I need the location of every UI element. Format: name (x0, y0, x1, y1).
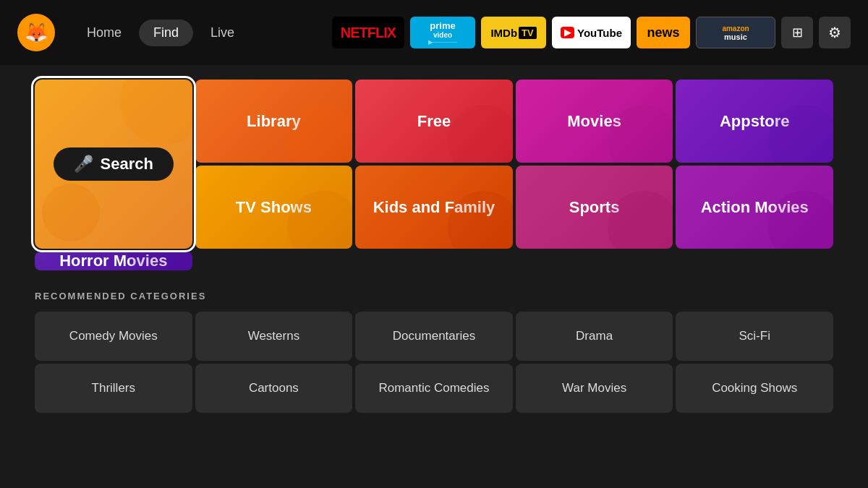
search-tile[interactable]: 🎤 Search (35, 80, 192, 249)
rec-drama[interactable]: Drama (516, 312, 673, 361)
rec-cooking-shows[interactable]: Cooking Shows (676, 364, 833, 413)
horror-movies-tile[interactable]: Horror Movies (35, 252, 192, 270)
nav: Home Find Live (72, 20, 249, 46)
horror-label: Horror Movies (59, 252, 167, 270)
tvshows-tile[interactable]: TV Shows (195, 166, 353, 249)
app-prime-video[interactable]: prime video ▶────── (410, 17, 475, 48)
nav-live[interactable]: Live (196, 20, 249, 46)
nav-home[interactable]: Home (72, 20, 136, 46)
rec-westerns[interactable]: Westerns (195, 312, 353, 361)
library-tile[interactable]: Library (195, 80, 353, 163)
movies-label: Movies (567, 112, 621, 131)
section-title: RECOMMENDED CATEGORIES (35, 291, 833, 301)
action-label: Action Movies (701, 198, 809, 217)
main-content: 🎤 Search Library Free Movies Appstore T (0, 65, 868, 413)
recommended-section: RECOMMENDED CATEGORIES Comedy Movies Wes… (35, 291, 833, 413)
header: 🦊 Home Find Live NETFLIX prime video ▶──… (0, 0, 868, 65)
nav-find[interactable]: Find (139, 20, 193, 46)
microphone-icon: 🎤 (74, 155, 93, 174)
library-label: Library (247, 112, 301, 131)
kids-label: Kids and Family (373, 198, 495, 217)
rec-comedy-movies[interactable]: Comedy Movies (35, 312, 192, 361)
rec-thrillers[interactable]: Thrillers (35, 364, 192, 413)
category-grid: 🎤 Search Library Free Movies Appstore T (35, 80, 833, 270)
movies-tile[interactable]: Movies (516, 80, 673, 163)
rec-cartoons[interactable]: Cartoons (195, 364, 353, 413)
settings-icon[interactable]: ⚙ (819, 17, 851, 48)
rec-romantic-comedies[interactable]: Romantic Comedies (355, 364, 513, 413)
search-label: Search (101, 155, 153, 174)
rec-sci-fi[interactable]: Sci-Fi (676, 312, 833, 361)
grid-icon[interactable]: ⊞ (781, 17, 813, 48)
app-netflix[interactable]: NETFLIX (332, 17, 404, 48)
appstore-tile[interactable]: Appstore (676, 80, 833, 163)
rec-war-movies[interactable]: War Movies (516, 364, 673, 413)
sports-label: Sports (569, 198, 620, 217)
apps-row: NETFLIX prime video ▶────── IMDb TV ▶ Yo… (332, 17, 851, 48)
kids-tile[interactable]: Kids and Family (355, 166, 513, 249)
tvshows-label: TV Shows (236, 198, 312, 217)
appstore-label: Appstore (720, 112, 790, 131)
free-label: Free (417, 112, 451, 131)
free-tile[interactable]: Free (355, 80, 513, 163)
recommended-grid: Comedy Movies Westerns Documentaries Dra… (35, 312, 833, 413)
app-imdb[interactable]: IMDb TV (481, 17, 546, 48)
logo[interactable]: 🦊 (17, 14, 55, 51)
sports-tile[interactable]: Sports (516, 166, 673, 249)
search-button[interactable]: 🎤 Search (54, 147, 174, 181)
action-movies-tile[interactable]: Action Movies (676, 166, 833, 249)
app-amazon-music[interactable]: amazon music (696, 17, 775, 48)
app-youtube[interactable]: ▶ YouTube (552, 17, 631, 48)
app-news[interactable]: news (637, 17, 690, 48)
rec-documentaries[interactable]: Documentaries (355, 312, 513, 361)
